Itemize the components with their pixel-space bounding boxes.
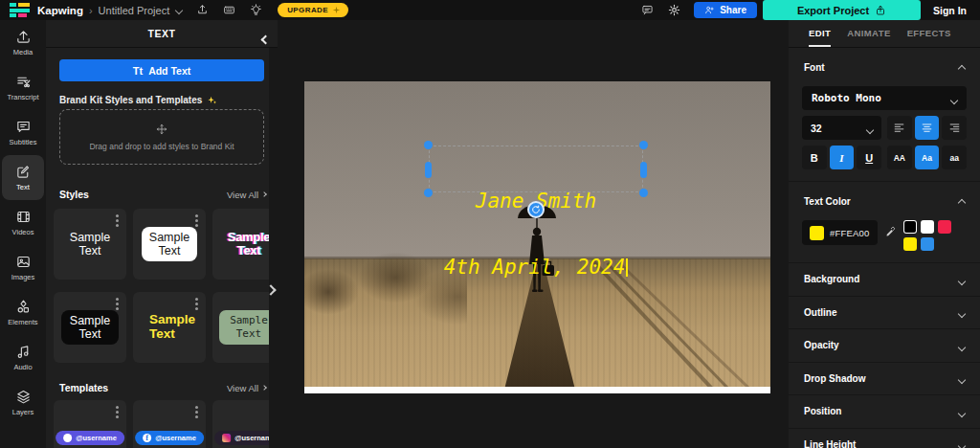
eyedropper-icon[interactable] [884, 226, 897, 238]
add-text-button[interactable]: Tt Add Text [59, 59, 264, 81]
style-card-plain[interactable]: Sample Text [54, 209, 126, 280]
kapwing-logo[interactable] [10, 3, 30, 17]
section-position[interactable]: Position [789, 395, 980, 429]
tab-edit[interactable]: EDIT [809, 20, 831, 47]
style-card-glitch[interactable]: Sample Text [212, 209, 278, 280]
lowercase-button[interactable]: aa [942, 146, 967, 169]
resize-handle-bottom-left[interactable] [424, 189, 433, 197]
sparkles-icon [207, 95, 217, 105]
upload-icon[interactable] [196, 4, 209, 16]
styles-row-1: Sample Text Sample Text Sample Text [54, 209, 278, 280]
section-drop-shadow[interactable]: Drop Shadow [789, 363, 980, 396]
card-menu-icon[interactable] [195, 411, 198, 414]
sidebar-item-text[interactable]: Text [2, 155, 44, 200]
card-menu-icon[interactable] [195, 302, 198, 305]
styles-row-2: Sample Text Sample Text Sample Text [54, 292, 278, 363]
sidebar-item-layers[interactable]: Layers [0, 380, 46, 425]
sidebar-item-images[interactable]: Images [0, 245, 46, 290]
sign-in-link[interactable]: Sign In [933, 5, 967, 16]
brand-kit-dropzone[interactable]: Drag and drop to add styles to Brand Kit [59, 109, 264, 165]
suggestions-bulb-icon[interactable] [250, 4, 262, 16]
share-button[interactable]: Share [694, 2, 757, 18]
section-outline[interactable]: Outline [789, 297, 980, 330]
section-line-height[interactable]: Line Height [789, 429, 980, 448]
brand-name[interactable]: Kapwing [37, 5, 83, 16]
align-center-button[interactable] [915, 116, 940, 140]
settings-gear-icon[interactable] [668, 4, 680, 16]
move-icon [155, 123, 168, 136]
style-card-white-pill[interactable]: Sample Text [133, 209, 206, 280]
subtitles-icon [15, 119, 32, 135]
hex-color-field[interactable]: #FFEA00 [802, 220, 878, 245]
card-menu-icon[interactable] [116, 302, 119, 305]
resize-handle-right[interactable] [640, 162, 647, 178]
card-menu-icon[interactable] [116, 411, 119, 414]
resize-handle-bottom-right[interactable] [639, 189, 648, 197]
swatch-white[interactable] [921, 220, 934, 234]
styles-view-all-link[interactable]: View All [227, 190, 266, 200]
export-project-button[interactable]: Export Project [763, 0, 921, 20]
font-size-dropdown[interactable]: 32 [802, 116, 881, 140]
style-card-black-pill[interactable]: Sample Text [54, 292, 126, 363]
breadcrumb[interactable]: Untitled Project [99, 5, 170, 16]
collapse-panel-button[interactable] [262, 30, 269, 47]
bold-button[interactable]: B [802, 146, 827, 169]
capitalize-button[interactable]: Aa [915, 146, 940, 169]
resize-handle-left[interactable] [425, 162, 432, 178]
chevron-down-icon [958, 376, 966, 384]
comments-icon[interactable] [641, 4, 654, 16]
inspector-panel: EDIT ANIMATE EFFECTS Font Roboto Mono 32 [789, 20, 980, 448]
tab-effects[interactable]: EFFECTS [907, 20, 951, 47]
top-bar: Kapwing › Untitled Project UPGRADE Share… [0, 0, 980, 20]
chevron-down-icon [866, 125, 874, 133]
style-card-green-mono[interactable]: Sample Text [212, 292, 278, 363]
chevron-down-icon [950, 96, 958, 103]
styles-carousel-next-button[interactable] [267, 280, 275, 298]
swatch-yellow[interactable] [903, 237, 917, 251]
section-opacity[interactable]: Opacity [789, 329, 980, 363]
font-family-dropdown[interactable]: Roboto Mono [802, 86, 967, 110]
align-left-button[interactable] [887, 116, 912, 140]
tab-animate[interactable]: ANIMATE [847, 20, 890, 47]
keyboard-shortcuts-icon[interactable] [223, 4, 235, 16]
style-card-yellow-bold[interactable]: Sample Text [133, 292, 206, 363]
sidebar-item-transcript[interactable]: Transcript [0, 65, 46, 110]
rotate-handle[interactable] [527, 201, 545, 218]
sidebar-item-elements[interactable]: Elements [0, 290, 46, 335]
sidebar-item-subtitles[interactable]: Subtitles [0, 110, 46, 155]
sidebar-item-videos[interactable]: Videos [0, 200, 46, 245]
template-card-facebook[interactable]: f@username [133, 400, 206, 448]
template-card-instagram[interactable]: @username [212, 400, 278, 448]
card-menu-icon[interactable] [116, 219, 119, 222]
breadcrumb-separator: › [89, 5, 93, 16]
align-center-icon [921, 122, 933, 134]
uppercase-button[interactable]: AA [887, 146, 912, 169]
swatch-red[interactable] [938, 220, 951, 234]
resize-handle-top-right[interactable] [639, 141, 648, 149]
text-color-section-toggle[interactable]: Text Color [802, 192, 967, 210]
sidebar-item-media[interactable]: Media [0, 20, 46, 65]
template-card-discord[interactable]: @username [54, 400, 126, 448]
italic-button[interactable]: I [830, 146, 855, 169]
chevron-down-icon[interactable] [175, 6, 183, 13]
upgrade-button[interactable]: UPGRADE [278, 3, 348, 17]
canvas-text[interactable]: Jane Smith 4th April, 2024 [429, 146, 643, 192]
swatch-black[interactable] [903, 220, 917, 234]
video-canvas[interactable]: Jane Smith 4th April, 2024 [304, 81, 770, 393]
resize-handle-top-left[interactable] [424, 141, 433, 149]
underline-button[interactable]: U [857, 146, 881, 169]
align-right-button[interactable] [942, 116, 967, 140]
font-section-toggle[interactable]: Font [802, 58, 967, 76]
sparkle-icon [332, 6, 341, 14]
text-panel-header: TEXT [46, 20, 278, 48]
align-right-icon [948, 122, 961, 134]
section-background[interactable]: Background [789, 263, 980, 297]
selected-text-layer[interactable]: Jane Smith 4th April, 2024 [429, 146, 643, 192]
card-menu-icon[interactable] [195, 219, 198, 222]
panel-title: TEXT [147, 28, 175, 39]
swatch-blue[interactable] [921, 237, 934, 251]
styles-section-header: Styles View All [59, 189, 266, 200]
instagram-icon [222, 434, 231, 442]
sidebar-item-audio[interactable]: Audio [0, 335, 46, 380]
templates-view-all-link[interactable]: View All [227, 383, 266, 393]
